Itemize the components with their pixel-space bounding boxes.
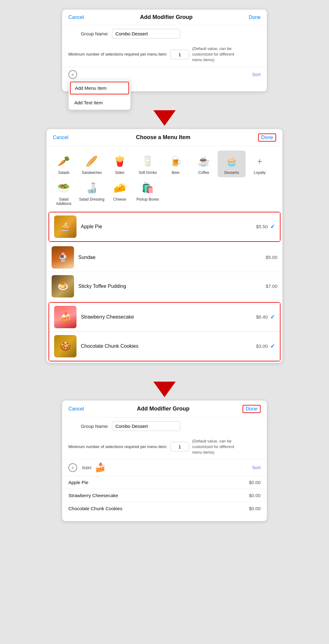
panel2-add-button[interactable]: ＋ [68,463,77,472]
sticky-toffee-price-row: $7.00 [266,283,277,289]
modifier-cookies-name: Chocolate Chunk Cookies [68,506,122,511]
beer-icon: 🍺 [168,153,184,169]
desserts-label: Desserts [224,170,239,175]
panel2-group-name-row: Group Name: [62,418,267,435]
beer-label: Beer [172,170,179,175]
sort-button[interactable]: Sort [252,72,261,77]
panel2-min-help: (Default value, can be customized for di… [192,438,242,456]
sandwiches-icon: 🥖 [84,153,100,169]
soft-drinks-icon: 🥛 [140,153,156,169]
sides-icon: 🍟 [112,153,128,169]
salads-icon: 🥕 [56,153,72,169]
loyalty-icon: ＋ [252,153,268,169]
min-label: Minimum number of selections required pe… [68,52,167,57]
panel2-action-row: ＋ Icon: 🍰 Sort [62,459,267,476]
apple-pie-selected-border: 🥧 Apple Pie $5.50 ✓ [49,212,280,242]
icon-display: Icon: 🍰 [82,462,106,473]
modifier-apple-pie-price: $0.00 [249,480,261,485]
bottom-spacer [62,515,267,521]
coffee-label: Coffee [198,170,209,175]
sticky-toffee-thumb: 🍮 [52,275,74,297]
panel2-group-name-input[interactable] [112,421,180,431]
choose-done-button[interactable]: Done [258,134,276,142]
min-selections-row: Minimum number of selections required pe… [62,42,267,67]
desserts-icon: 🧁 [224,153,240,169]
chocolate-cookies-row[interactable]: 🍪 Chocolate Chunk Cookies $3.00 ✓ [49,332,280,361]
category-soft-drinks[interactable]: 🥛 Soft Drinks [134,151,162,177]
modifier-cookies-price: $0.00 [249,506,261,511]
sundae-row[interactable]: 🍨 Sundae $5.00 [47,243,282,272]
category-desserts[interactable]: 🧁 Desserts [218,151,246,177]
salad-additions-label: Salad Additions [51,197,76,206]
choose-cancel-button[interactable]: Cancel [53,135,68,140]
panel2-cancel-button[interactable]: Cancel [68,406,84,412]
group-icon-display: 🍰 [95,462,106,473]
modifier-strawberry-name: Strawberry Cheesecake [68,493,118,498]
choose-panel-title: Choose a Menu Item [136,134,190,141]
group-name-input[interactable] [112,29,180,39]
category-grid: 🥕 Salads 🥖 Sandwiches 🍟 Sides 🥛 Soft Dri… [47,146,282,210]
salad-dressing-label: Salad Dressing [79,197,104,202]
panel2-group-name-label: Group Name: [68,424,109,429]
panel2-done-button[interactable]: Done [243,405,261,413]
menu-item-list: 🥧 Apple Pie $5.50 ✓ 🍨 Sundae $5. [47,210,282,361]
min-help: (Default value, can be customized for di… [192,46,242,63]
category-beer[interactable]: 🍺 Beer [162,151,190,177]
sides-label: Sides [115,170,124,175]
panel2-action-left: ＋ Icon: 🍰 [68,462,106,473]
sticky-toffee-price: $7.00 [266,283,277,289]
category-sides[interactable]: 🍟 Sides [106,151,134,177]
choose-menu-item-panel: Cancel Choose a Menu Item Done 🥕 Salads … [46,129,283,363]
strawberry-check: ✓ [270,314,275,320]
cookies-name: Chocolate Chunk Cookies [81,343,138,349]
salads-label: Salads [58,170,70,175]
apple-pie-check: ✓ [270,223,275,230]
strawberry-cookies-selected-border: 🍰 Strawberry Cheesecake $6.40 ✓ 🍪 Chocol… [49,302,280,361]
arrow-head-1 [153,110,176,126]
min-input[interactable] [170,50,189,59]
panel1-cancel-button[interactable]: Cancel [68,15,84,20]
cheese-label: Cheese [113,197,126,202]
sundae-info: Sundae [78,255,261,260]
loyalty-label: Loyalty [254,170,266,175]
modifier-strawberry-cheesecake: Strawberry Cheesecake $0.00 [62,489,267,502]
panel1-title: Add Modifier Group [140,14,192,20]
category-loyalty[interactable]: ＋ Loyalty [246,151,274,177]
strawberry-price-row: $6.40 ✓ [256,314,275,320]
add-modifier-panel-2: Cancel Add Modifier Group Done Group Nam… [62,400,267,522]
strawberry-cheesecake-row[interactable]: 🍰 Strawberry Cheesecake $6.40 ✓ [49,303,280,332]
category-coffee[interactable]: ☕ Coffee [190,151,218,177]
cheese-icon: 🧀 [112,180,128,196]
add-text-item-option[interactable]: Add Text Item [69,96,130,110]
panel2-sort-button[interactable]: Sort [252,465,261,470]
add-modifier-panel-1: Cancel Add Modifier Group Done Group Nam… [62,9,267,92]
sundae-thumb: 🍨 [52,246,74,269]
category-pickup-boxes[interactable]: 🛍️ Pickup Boxes [134,177,162,208]
panel2-header: Cancel Add Modifier Group Done [62,401,267,418]
panel2-min-input[interactable] [170,442,189,451]
coffee-icon: ☕ [196,153,212,169]
sundae-price-row: $5.00 [266,255,277,260]
strawberry-info: Strawberry Cheesecake [81,314,252,320]
cookies-info: Chocolate Chunk Cookies [81,343,252,349]
cookies-check: ✓ [270,343,275,350]
category-sandwiches[interactable]: 🥖 Sandwiches [78,151,106,177]
panel1-done-button[interactable]: Done [249,15,261,20]
add-menu-item-option[interactable]: Add Menu Item [70,82,129,94]
pickup-boxes-icon: 🛍️ [140,180,156,196]
add-circle-button[interactable]: ＋ [68,70,77,79]
category-salads[interactable]: 🥕 Salads [50,151,78,177]
arrow-head-2 [153,382,176,397]
apple-pie-thumb: 🥧 [54,215,76,238]
pickup-boxes-label: Pickup Boxes [137,197,159,202]
apple-pie-row[interactable]: 🥧 Apple Pie $5.50 ✓ [49,212,280,241]
modifier-strawberry-price: $0.00 [249,493,261,498]
sticky-toffee-row[interactable]: 🍮 Sticky Toffee Pudding $7.00 [47,272,282,301]
icon-field-label: Icon: [82,465,92,470]
category-salad-additions[interactable]: 🥗 Salad Additions [50,177,78,208]
category-cheese[interactable]: 🧀 Cheese [106,177,134,208]
apple-pie-info: Apple Pie [81,224,252,229]
salad-additions-icon: 🥗 [56,180,72,196]
sandwiches-label: Sandwiches [82,170,102,175]
category-salad-dressing[interactable]: 🍶 Salad Dressing [78,177,106,208]
